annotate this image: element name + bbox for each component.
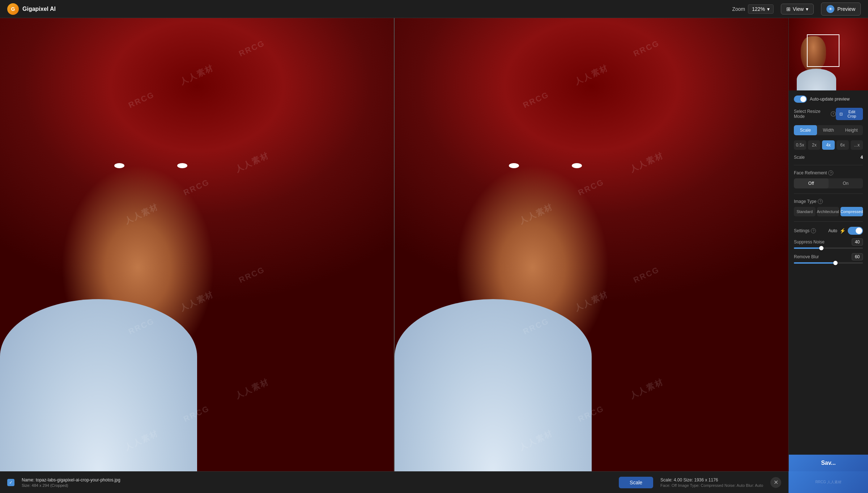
logo-area: G Gigapixel AI <box>7 3 56 15</box>
scale-button[interactable]: Scale <box>619 477 653 488</box>
zoom-value-text: 122% <box>752 6 765 12</box>
view-label: View <box>793 6 804 12</box>
auto-update-toggle[interactable] <box>794 95 807 103</box>
image-type-label: Image Type ? <box>794 199 823 204</box>
suppress-noise-slider[interactable] <box>794 247 863 249</box>
scale-label: Scale <box>794 155 805 160</box>
app-title: Gigapixel AI <box>22 6 56 12</box>
scale-info-text: Scale: 4.00 Size: 1936 x 1176 <box>660 477 763 483</box>
scale-value: 4 <box>860 155 863 160</box>
image-bg-right: RRCG人人素材RRCG 人人素材RRCG人人素材 RRCG人人素材RRCG 人… <box>395 18 788 471</box>
suppress-noise-row: Suppress Noise 40 <box>794 238 863 249</box>
thumbnail-viewport[interactable] <box>807 34 839 67</box>
face-refinement-label: Face Refinement ? <box>794 170 833 175</box>
image-bg-left: RRCG人人素材RRCG 人人素材RRCG人人素材 RRCG人人素材RRCG 人… <box>0 18 394 471</box>
resize-mode-row: Select Resize Mode ? ⊡ Edit Crop <box>794 108 863 120</box>
face-refinement-toggle: Off On <box>794 178 863 188</box>
image-panel-right: RRCG人人素材RRCG 人人素材RRCG人人素材 RRCG人人素材RRCG 人… <box>395 18 788 471</box>
split-view: RRCG人人素材RRCG 人人素材RRCG人人素材 RRCG人人素材RRCG 人… <box>0 18 788 471</box>
preview-label: Preview <box>837 6 855 12</box>
main-layout: RRCG人人素材RRCG 人人素材RRCG人人素材 RRCG人人素材RRCG 人… <box>0 18 868 471</box>
remove-blur-row: Remove Blur 60 <box>794 253 863 264</box>
scale-6x[interactable]: 6x <box>837 140 849 150</box>
image-type-info-icon: ? <box>818 199 823 204</box>
face-ref-on-btn[interactable]: On <box>829 178 863 188</box>
logo-text: G <box>11 6 15 12</box>
file-info: Name: topaz-labs-gigapixel-ai-crop-your-… <box>22 477 120 488</box>
edit-crop-button[interactable]: ⊡ Edit Crop <box>836 108 863 120</box>
suppress-noise-value: 40 <box>852 238 863 246</box>
view-button[interactable]: ⊞ View ▾ <box>781 4 814 14</box>
scale-0-5x[interactable]: 0.5x <box>794 140 806 150</box>
remove-blur-fill <box>794 262 835 264</box>
resize-mode-info-icon: ? <box>831 111 835 116</box>
scale-2x[interactable]: 2x <box>808 140 820 150</box>
crop-icon: ⊡ <box>839 112 843 116</box>
resize-mode-label: Select Resize Mode ? <box>794 109 836 119</box>
remove-blur-label-row: Remove Blur 60 <box>794 253 863 260</box>
img-type-architectural[interactable]: Architectural <box>817 207 839 216</box>
save-label: Sav... <box>821 460 836 466</box>
image-panel-left: RRCG人人素材RRCG 人人素材RRCG人人素材 RRCG人人素材RRCG 人… <box>0 18 395 471</box>
remove-blur-thumb <box>833 261 838 265</box>
preview-icon: 👁 <box>826 5 834 13</box>
resize-mode-tabs: Scale Width Height <box>794 125 863 135</box>
tab-width[interactable]: Width <box>817 125 840 135</box>
tab-scale[interactable]: Scale <box>794 125 817 135</box>
thumbnail-area <box>789 18 868 90</box>
scale-custom[interactable]: ...x <box>851 140 863 150</box>
scale-row: Scale 4 <box>794 155 863 160</box>
settings-info-icon: ? <box>811 228 816 233</box>
face-refinement-section: Face Refinement ? Off On <box>794 170 863 188</box>
suppress-noise-fill <box>794 247 821 249</box>
suppress-noise-label-row: Suppress Noise 40 <box>794 238 863 246</box>
settings-section: Settings ? Auto ⚡ Suppress Noise 40 <box>794 227 863 264</box>
divider-3 <box>794 221 863 222</box>
file-check-icon: ✓ <box>7 479 14 486</box>
file-size: Size: 484 x 294 (Cropped) <box>22 483 120 488</box>
settings-panel: Auto-update preview Select Resize Mode ?… <box>789 90 868 455</box>
zoom-control: Zoom 122% ▾ <box>732 4 774 14</box>
preview-button[interactable]: 👁 Preview <box>821 3 861 16</box>
remove-blur-slider[interactable] <box>794 262 863 264</box>
scale-options: 0.5x 2x 4x 6x ...x <box>794 140 863 150</box>
face-refinement-header: Face Refinement ? <box>794 170 863 175</box>
edit-crop-label: Edit Crop <box>844 110 859 118</box>
app-header: G Gigapixel AI Zoom 122% ▾ ⊞ View ▾ 👁 Pr… <box>0 0 868 18</box>
img-type-compressed[interactable]: Compressed <box>841 207 863 216</box>
image-type-header: Image Type ? <box>794 199 863 204</box>
divider-1 <box>794 165 863 165</box>
header-controls: Zoom 122% ▾ ⊞ View ▾ 👁 Preview <box>732 3 861 16</box>
remove-blur-value: 60 <box>852 253 863 260</box>
zoom-chevron-icon: ▾ <box>767 6 770 12</box>
close-button[interactable]: ✕ <box>770 477 781 488</box>
image-type-section: Image Type ? Standard Architectural Comp… <box>794 199 863 216</box>
suppress-noise-label: Suppress Noise <box>794 239 825 245</box>
settings-label: Settings ? <box>794 228 816 233</box>
eye-icon: 👁 <box>829 7 833 11</box>
tab-height[interactable]: Height <box>840 125 863 135</box>
lightning-icon: ⚡ <box>839 228 846 234</box>
face-ref-off-btn[interactable]: Off <box>794 178 829 188</box>
view-split-icon: ⊞ <box>786 6 791 12</box>
face-ref-info-icon: ? <box>828 170 833 175</box>
view-chevron-icon: ▾ <box>806 6 808 12</box>
bottom-bar: ✓ Name: topaz-labs-gigapixel-ai-crop-you… <box>0 471 868 493</box>
auto-toggle-row: Auto ⚡ <box>828 227 863 235</box>
save-button[interactable]: Sav... <box>789 455 868 471</box>
bottom-main: ✓ Name: topaz-labs-gigapixel-ai-crop-you… <box>0 471 788 493</box>
auto-update-label: Auto-update preview <box>810 97 850 102</box>
scale-4x[interactable]: 4x <box>822 140 834 150</box>
bottom-watermark: RRCG 人人素材 <box>815 480 841 485</box>
divider-2 <box>794 194 863 194</box>
canvas-area: RRCG人人素材RRCG 人人素材RRCG人人素材 RRCG人人素材RRCG 人… <box>0 18 788 471</box>
right-settings-panel: Auto-update preview Select Resize Mode ?… <box>788 18 868 471</box>
remove-blur-label: Remove Blur <box>794 254 819 259</box>
zoom-label: Zoom <box>732 6 745 12</box>
scale-info: Scale: 4.00 Size: 1936 x 1176 Face: Off … <box>660 477 763 488</box>
settings-auto-toggle[interactable] <box>848 227 863 235</box>
img-type-standard[interactable]: Standard <box>794 207 816 216</box>
zoom-dropdown[interactable]: 122% ▾ <box>748 4 774 14</box>
file-name: Name: topaz-labs-gigapixel-ai-crop-your-… <box>22 477 120 483</box>
auto-label: Auto <box>828 228 837 233</box>
